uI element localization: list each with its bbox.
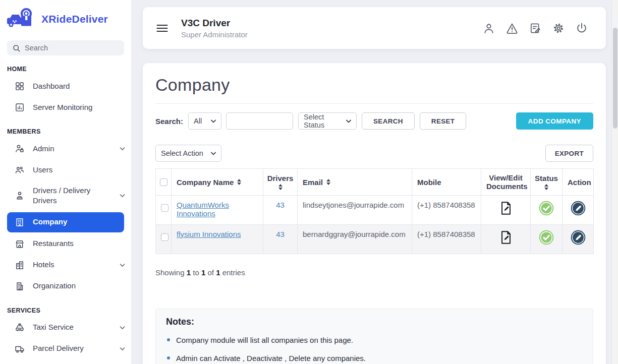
sidebar: XRideDeliver HOME Dashboard bbox=[0, 0, 131, 364]
title-divider bbox=[155, 103, 593, 104]
chevron-down-icon bbox=[211, 152, 216, 155]
sidebar-item-organization[interactable]: Organization bbox=[0, 276, 131, 297]
sidebar-item-drivers[interactable]: Drivers / Delivery Drivers bbox=[0, 180, 131, 211]
taxi-icon bbox=[14, 322, 25, 333]
notes-panel: Notes: Company module will list all comp… bbox=[155, 309, 593, 364]
storefront-icon bbox=[14, 238, 25, 250]
chevron-down-icon bbox=[211, 119, 216, 123]
column-header-email[interactable]: Email bbox=[298, 169, 412, 196]
search-keyword-input[interactable] bbox=[226, 112, 293, 130]
note-item: Company module will list all companies o… bbox=[166, 335, 583, 345]
sidebar-item-label: Admin bbox=[33, 144, 54, 154]
chevron-down-icon bbox=[346, 119, 351, 123]
edit-action-icon[interactable] bbox=[571, 230, 586, 245]
column-header-documents: View/Edit Documents bbox=[481, 169, 531, 196]
status-active-icon[interactable] bbox=[539, 201, 554, 216]
column-label: Action bbox=[568, 178, 591, 187]
email-cell: bernardggray@jourrapide.com bbox=[298, 225, 412, 254]
sidebar-item-users[interactable]: Users bbox=[0, 159, 131, 180]
bulk-action-select[interactable]: Select Action bbox=[155, 145, 221, 162]
sidebar-section-members: MEMBERS bbox=[0, 118, 131, 138]
status-select[interactable]: Select Status bbox=[298, 112, 357, 130]
alert-triangle-icon[interactable] bbox=[505, 21, 519, 35]
company-table: Company Name Drivers Email bbox=[155, 168, 594, 254]
column-label: Status bbox=[535, 174, 558, 183]
company-name-link[interactable]: flysium Innovations bbox=[177, 230, 241, 238]
row-checkbox[interactable] bbox=[161, 204, 168, 212]
search-button[interactable]: SEARCH bbox=[362, 112, 415, 130]
sidebar-item-label: Restaurants bbox=[33, 238, 74, 249]
select-value: Select Status bbox=[304, 113, 342, 129]
edit-action-icon[interactable] bbox=[571, 201, 586, 216]
topbar: V3C Driver Super Administrator bbox=[143, 7, 606, 49]
sidebar-item-restaurants[interactable]: Restaurants bbox=[0, 233, 131, 255]
sidebar-item-server-monitoring[interactable]: Server Monitoring bbox=[0, 97, 131, 118]
delivery-truck-icon bbox=[14, 343, 25, 354]
email-cell: lindseytjones@jourrapide.com bbox=[298, 196, 412, 225]
notes-title: Notes: bbox=[166, 317, 583, 327]
sidebar-item-label: Parcel Delivery bbox=[33, 343, 84, 353]
column-header-mobile: Mobile bbox=[412, 169, 481, 196]
chevron-down-icon bbox=[120, 147, 125, 151]
user-icon[interactable] bbox=[482, 21, 496, 35]
chevron-down-icon bbox=[120, 347, 125, 351]
select-all-checkbox[interactable] bbox=[160, 178, 167, 186]
sidebar-section-home: HOME bbox=[0, 55, 131, 76]
settings-gear-icon[interactable] bbox=[551, 21, 566, 35]
export-button[interactable]: EXPORT bbox=[545, 145, 593, 162]
table-row: flysium Innovations 43 bernardggray@jour… bbox=[156, 225, 594, 254]
column-header-action: Action bbox=[563, 169, 594, 196]
brand-logo-icon bbox=[6, 7, 37, 31]
report-edit-icon[interactable] bbox=[528, 21, 542, 35]
sidebar-section-services: SERVICES bbox=[0, 297, 131, 317]
column-header-status[interactable]: Status bbox=[531, 169, 563, 196]
brand[interactable]: XRideDeliver bbox=[0, 0, 131, 36]
sidebar-nav: HOME Dashboard Server Monitor bbox=[0, 55, 131, 359]
sidebar-search-input[interactable] bbox=[25, 44, 119, 52]
column-header-company-name[interactable]: Company Name bbox=[172, 169, 263, 196]
select-value: Select Action bbox=[161, 149, 203, 157]
bulk-action-row: Select Action EXPORT bbox=[155, 145, 593, 162]
search-label: Search: bbox=[155, 117, 183, 126]
organization-building-icon bbox=[14, 281, 25, 292]
column-header-drivers[interactable]: Drivers bbox=[263, 169, 298, 196]
main-content: Company Search: All Select Status SEARCH… bbox=[143, 63, 606, 364]
add-company-button[interactable]: ADD COMPANY bbox=[516, 112, 593, 130]
dashboard-icon bbox=[14, 81, 25, 92]
notes-list: Company module will list all companies o… bbox=[166, 335, 583, 363]
hotel-building-icon bbox=[14, 260, 25, 271]
sidebar-item-dashboard[interactable]: Dashboard bbox=[0, 76, 131, 97]
sidebar-item-label: Users bbox=[33, 165, 52, 175]
sidebar-item-label: Drivers / Delivery Drivers bbox=[33, 186, 108, 206]
sidebar-item-label: Organization bbox=[33, 281, 76, 291]
topbar-actions bbox=[482, 21, 589, 35]
power-icon[interactable] bbox=[575, 21, 589, 35]
status-active-icon[interactable] bbox=[539, 230, 554, 245]
page-title: Company bbox=[155, 74, 593, 95]
sidebar-item-taxi-service[interactable]: Taxi Service bbox=[0, 317, 131, 338]
sidebar-item-label: Taxi Service bbox=[33, 322, 74, 332]
table-header-row: Company Name Drivers Email bbox=[156, 169, 594, 196]
sidebar-item-label: Company bbox=[33, 217, 67, 227]
company-name-link[interactable]: QuantumWorks Innovations bbox=[177, 201, 229, 218]
sidebar-item-parcel-delivery[interactable]: Parcel Delivery bbox=[0, 338, 131, 359]
view-edit-documents-icon[interactable] bbox=[498, 201, 514, 216]
app-window: XRideDeliver HOME Dashboard bbox=[0, 0, 618, 364]
reset-button[interactable]: RESET bbox=[420, 112, 467, 130]
scrollbar-thumb[interactable] bbox=[613, 28, 617, 129]
drivers-count-link[interactable]: 43 bbox=[276, 201, 285, 209]
mobile-cell: (+1) 8587408358 bbox=[412, 225, 481, 254]
hamburger-menu-icon[interactable] bbox=[156, 23, 168, 33]
sidebar-item-admin[interactable]: Admin bbox=[0, 138, 131, 159]
table-row: QuantumWorks Innovations 43 lindseytjone… bbox=[156, 196, 594, 225]
search-field-select[interactable]: All bbox=[188, 112, 221, 130]
sidebar-item-label: Hotels bbox=[33, 260, 54, 270]
row-checkbox[interactable] bbox=[161, 233, 168, 241]
mobile-cell: (+1) 8587408358 bbox=[412, 196, 481, 225]
sidebar-item-hotels[interactable]: Hotels bbox=[0, 255, 131, 276]
admin-lock-icon bbox=[14, 143, 25, 154]
view-edit-documents-icon[interactable] bbox=[498, 230, 514, 245]
entries-summary: Showing 1 to 1 of 1 entries bbox=[155, 268, 593, 277]
drivers-count-link[interactable]: 43 bbox=[276, 230, 285, 238]
sidebar-item-company[interactable]: Company bbox=[7, 212, 124, 232]
